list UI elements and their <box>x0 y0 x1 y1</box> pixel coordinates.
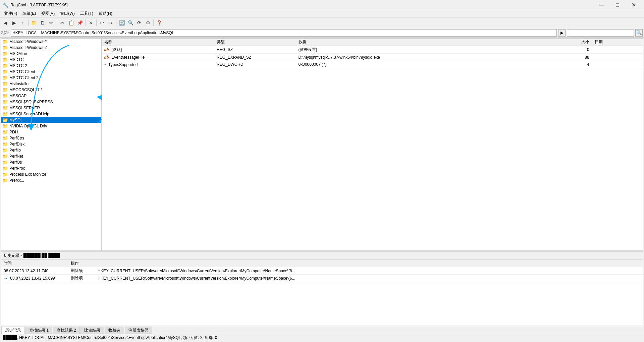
tab-history[interactable]: 历史记录 <box>1 327 25 334</box>
address-input[interactable] <box>11 29 557 37</box>
tab-find1[interactable]: 查找结果 1 <box>25 327 52 334</box>
table-row[interactable]: 𝒂𝒃 EventMessageFile REG_EXPAND_SZ D:\Mys… <box>102 54 643 61</box>
col-data[interactable]: 数据 <box>296 39 551 46</box>
folder-icon: 📁 <box>2 87 8 93</box>
tree-item-process-exit-monitor[interactable]: 📁 Process Exit Monitor <box>1 171 101 177</box>
tree-item-perfos[interactable]: 📁 PerfOs <box>1 159 101 165</box>
tab-snapshot[interactable]: 注册表快照 <box>125 327 152 334</box>
tree-item-prefxx[interactable]: 📁 Prefxx... <box>1 177 101 183</box>
search-input[interactable] <box>567 29 634 37</box>
maximize-button[interactable]: □ <box>610 0 625 10</box>
new-value-button[interactable]: 🗒 <box>39 19 47 27</box>
folder-icon: 📁 <box>2 141 8 147</box>
toolbar-sep-2 <box>57 19 57 26</box>
tree-item-mssqlserver-adhelp[interactable]: 📁 MSSQLServerADHelp <box>1 111 101 117</box>
tree-item-msiinstaller[interactable]: 📁 MsiInstaller <box>1 81 101 87</box>
tree-item-label: NVIDIA OpenGL Driv <box>9 124 47 128</box>
tree-panel: 📁 Microsoft-Windows-Y 📁 Microsoft-Window… <box>1 39 102 250</box>
folder-icon: 📁 <box>2 39 8 44</box>
minimize-button[interactable]: — <box>594 0 609 10</box>
tree-item-mysql[interactable]: 📁 MySQL <box>1 117 101 123</box>
tree-item-microsoft-windows-z[interactable]: 📁 Microsoft-Windows-Z <box>1 45 101 51</box>
delete-button[interactable]: ✕ <box>87 19 95 27</box>
col-name[interactable]: 名称 <box>102 39 214 46</box>
forward-button[interactable]: ▶ <box>10 19 18 27</box>
tree-item-msdtc-client2[interactable]: 📁 MSDTC Client 2 <box>1 75 101 81</box>
undo-button[interactable]: ↩ <box>98 19 106 27</box>
search-button[interactable]: 🔍 <box>635 29 643 37</box>
menu-help[interactable]: 帮助(H) <box>96 10 115 17</box>
history-cell-path: HKEY_CURRENT_USER\Software\Microsoft\Win… <box>95 275 643 282</box>
col-size[interactable]: 大小 <box>551 39 592 46</box>
toolbar: ◀ ▶ ↑ 📁 🗒 ✏ ✂ 📋 📌 ✕ ↩ ↪ 🔄 🔍 ⟳ ⚙ ❓ <box>0 17 644 28</box>
tree-item-label: Perflib <box>9 148 21 153</box>
tree-item-perfproc[interactable]: 📁 PerfProc <box>1 165 101 171</box>
tree-item-mssqlserver[interactable]: 📁 MSSQLSERVER <box>1 105 101 111</box>
tab-favorites[interactable]: 收藏夹 <box>105 327 124 334</box>
folder-icon: 📁 <box>2 57 8 62</box>
tree-item-msdtc-client[interactable]: 📁 MSDTC Client <box>1 69 101 75</box>
find-button[interactable]: 🔍 <box>126 19 135 27</box>
tree-item-microsoft-windows-y[interactable]: 📁 Microsoft-Windows-Y <box>1 39 101 45</box>
tree-item-label: PDH <box>9 130 18 134</box>
history-panel: 历史记录 - ██████ ██ ████ 时间 操作 08.07.2023 1… <box>1 251 643 325</box>
folder-icon: 📁 <box>2 160 8 165</box>
settings-button[interactable]: ⚙ <box>144 19 152 27</box>
addrbar-go-button[interactable]: ▶ <box>558 29 566 37</box>
menu-view[interactable]: 视图(V) <box>39 10 57 17</box>
tree-item-msdmine[interactable]: 📁 MSDMine <box>1 51 101 57</box>
edit-button[interactable]: ✏ <box>47 19 55 27</box>
help-button[interactable]: ❓ <box>155 19 163 27</box>
folder-icon: 📁 <box>2 93 8 99</box>
table-row[interactable]: ▪ TypesSupported REG_DWORD 0x00000007 (7… <box>102 61 643 68</box>
history-row[interactable]: 08.07.2023 13.42.11.740 删除项 HKEY_CURRENT… <box>1 267 643 275</box>
tree-item-pdh[interactable]: 📁 PDH <box>1 129 101 135</box>
history-cell-time: → 08.07.2023 13.42.15.699 <box>1 275 68 282</box>
folder-icon: 📁 <box>2 111 8 117</box>
tab-compare[interactable]: 比较结果 <box>80 327 104 334</box>
folder-icon: 📁 <box>2 51 8 56</box>
refresh-button[interactable]: ⟳ <box>135 19 143 27</box>
tree-item-label: Prefxx... <box>9 178 24 183</box>
cut-button[interactable]: ✂ <box>58 19 66 27</box>
menu-file[interactable]: 文件(F) <box>1 10 20 17</box>
new-key-button[interactable]: 📁 <box>30 19 38 27</box>
tree-item-perfctrs[interactable]: 📁 PerfCtrs <box>1 135 101 141</box>
cell-name: 𝒂𝒃 EventMessageFile <box>102 54 214 61</box>
up-button[interactable]: ↑ <box>19 19 27 27</box>
history-arrow-icon: → <box>4 276 8 281</box>
paste-button[interactable]: 📌 <box>76 19 84 27</box>
tree-item-msdtc[interactable]: 📁 MSDTC <box>1 57 101 63</box>
close-button[interactable]: ✕ <box>626 0 641 10</box>
menu-window[interactable]: 窗口(W) <box>57 10 77 17</box>
tree-item-perfnet[interactable]: 📁 PerfNet <box>1 153 101 159</box>
tree-item-label: PerfProc <box>9 166 25 171</box>
tree-item-mssql-express[interactable]: 📁 MSSQL$SQLEXPRESS <box>1 99 101 105</box>
col-type[interactable]: 类型 <box>214 39 296 46</box>
reg-dword-icon: ▪ <box>104 62 106 67</box>
col-date[interactable]: 日期 <box>592 39 643 46</box>
menu-tools[interactable]: 工具(T) <box>77 10 96 17</box>
tree-item-msdtc2[interactable]: 📁 MSDTC 2 <box>1 63 101 69</box>
tree-item-mssoap[interactable]: 📁 MSSOAP <box>1 93 101 99</box>
tree-item-nvidia[interactable]: 📁 NVIDIA OpenGL Driv <box>1 123 101 129</box>
history-row[interactable]: → 08.07.2023 13.42.15.699 删除项 HKEY_CURRE… <box>1 275 643 282</box>
menubar: 文件(F) 编辑(E) 视图(V) 窗口(W) 工具(T) 帮助(H) <box>0 10 644 17</box>
folder-icon: 📁 <box>2 69 8 74</box>
history-col-op[interactable]: 操作 <box>68 260 95 267</box>
tree-item-msodbcsql[interactable]: 📁 MSODBCSQL17.1 <box>1 87 101 93</box>
redo-button[interactable]: ↪ <box>107 19 115 27</box>
tree-item-perfdisk[interactable]: 📁 PerfDisk <box>1 141 101 147</box>
toolbar-sep-4 <box>96 19 97 26</box>
tab-find2[interactable]: 查找结果 2 <box>53 327 80 334</box>
back-button[interactable]: ◀ <box>1 19 9 27</box>
folder-icon: 📁 <box>2 148 8 153</box>
menu-edit[interactable]: 编辑(E) <box>20 10 39 17</box>
history-cell-time: 08.07.2023 13.42.11.740 <box>1 267 68 275</box>
table-row[interactable]: 𝒂𝒃 (默认) REG_SZ (值未设置) 0 <box>102 46 643 54</box>
reload-button[interactable]: 🔄 <box>118 19 126 27</box>
history-col-time[interactable]: 时间 <box>1 260 68 267</box>
copy-button[interactable]: 📋 <box>67 19 75 27</box>
statusbar: █████, HKEY_LOCAL_MACHINE\SYSTEM\Control… <box>0 334 644 341</box>
tree-item-perflib[interactable]: 📁 Perflib <box>1 147 101 153</box>
